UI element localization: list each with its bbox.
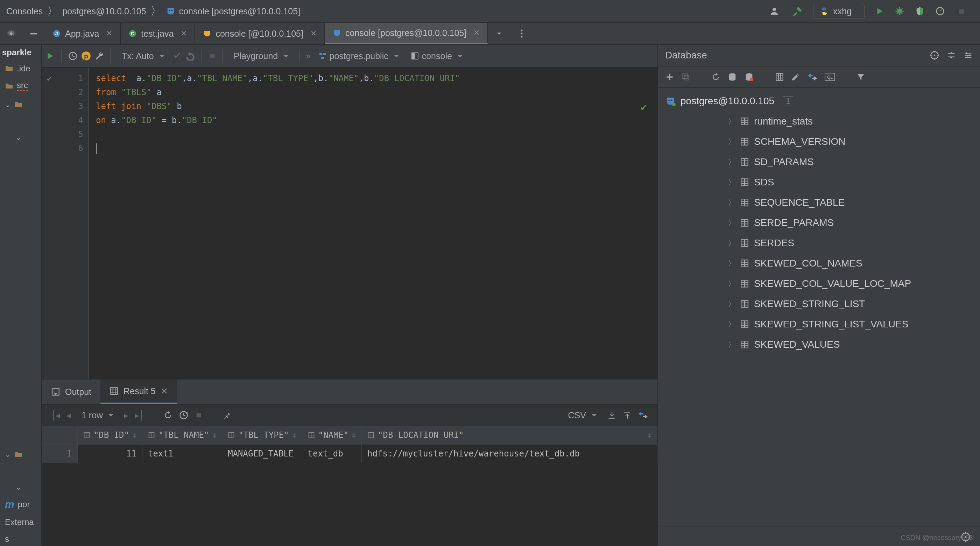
tree-expander[interactable]: ⌄ (0, 130, 41, 145)
pom-file[interactable]: mpor (0, 495, 41, 514)
settings-icon[interactable] (963, 50, 973, 60)
profile-icon[interactable] (935, 6, 947, 16)
settings-icon[interactable] (0, 23, 22, 44)
tab-output[interactable]: Output (42, 379, 100, 404)
cell-uri[interactable]: hdfs://mycluster/hive/warehouse/text_db.… (362, 444, 657, 463)
stop-icon[interactable] (208, 52, 216, 60)
run-icon[interactable] (875, 6, 884, 16)
db-connection-node[interactable]: postgres@10.0.0.105 1 (658, 91, 980, 111)
bug-icon[interactable] (895, 6, 904, 16)
column-header-tbl-name[interactable]: "TBL_NAME"≑ (142, 426, 222, 444)
tab-result[interactable]: Result 5 ✕ (100, 379, 177, 404)
breadcrumb-consoles[interactable]: Consoles (6, 6, 43, 16)
project-root[interactable]: sparkle (0, 45, 41, 60)
tab-console-1[interactable]: console [@10.0.0.105] ✕ (195, 23, 325, 44)
table-node[interactable]: 〉SCHEMA_VERSION (658, 132, 980, 152)
tab-dropdown-icon[interactable] (488, 23, 511, 44)
cell-name[interactable]: text_db (302, 444, 362, 463)
column-header-tbl-type[interactable]: "TBL_TYPE"≑ (222, 426, 302, 444)
tree-expander[interactable]: ⌄ (0, 479, 41, 495)
reload-icon[interactable] (163, 411, 172, 420)
refresh-icon[interactable] (711, 72, 721, 81)
editor-content[interactable]: select a."DB_ID",a."TBL_NAME",a."TBL_TYP… (89, 68, 460, 379)
commit-icon[interactable] (172, 51, 182, 61)
coverage-icon[interactable] (915, 6, 925, 16)
table-node[interactable]: 〉SKEWED_COL_VALUE_LOC_MAP (658, 273, 980, 294)
tab-test-java[interactable]: C test.java ✕ (121, 23, 195, 44)
column-header-db-id[interactable]: "DB_ID"≑ (77, 426, 142, 444)
tab-console-postgres[interactable]: console [postgres@10.0.0.105] ✕ (325, 23, 488, 44)
tree-expander[interactable]: ⌄ (0, 97, 41, 112)
column-header-name[interactable]: "NAME"≑ (302, 426, 362, 444)
results-grid[interactable]: "DB_ID"≑ "TBL_NAME"≑ "TBL_TYPE"≑ "NAME"≑… (42, 426, 657, 546)
download-icon[interactable] (607, 411, 616, 420)
playground-mode-selector[interactable]: Playground (229, 49, 293, 63)
parameter-icon[interactable]: p (81, 51, 91, 61)
row-count-selector[interactable]: 1 row (77, 408, 118, 422)
table-node[interactable]: 〉SKEWED_STRING_LIST (658, 294, 980, 314)
console-session-selector[interactable]: console (407, 49, 467, 63)
close-icon[interactable]: ✕ (310, 29, 317, 38)
breadcrumb-console[interactable]: console [postgres@10.0.0.105] (179, 6, 300, 16)
history-icon[interactable] (68, 51, 78, 61)
column-header-uri[interactable]: "DB_LOCATION_URI"≑ (362, 426, 657, 444)
inspection-ok-icon[interactable]: ✔ (641, 101, 647, 113)
stop-icon[interactable] (958, 7, 966, 15)
next-page-icon[interactable]: ▸ (124, 410, 129, 421)
table-node[interactable]: 〉SD_PARAMS (658, 152, 980, 172)
wrench-icon[interactable] (94, 51, 104, 61)
sync-icon[interactable] (727, 72, 737, 82)
jump-icon[interactable] (807, 72, 818, 81)
services-node[interactable]: s (0, 531, 41, 546)
external-libs[interactable]: Externa (0, 514, 41, 531)
pin-icon[interactable] (222, 411, 231, 420)
cell-tbl-type[interactable]: MANAGED_TABLE (222, 444, 302, 463)
table-node[interactable]: 〉SKEWED_VALUES (658, 334, 980, 355)
table-node[interactable]: 〉SKEWED_STRING_LIST_VALUES (658, 314, 980, 334)
expand-icon[interactable]: » (306, 51, 310, 61)
export-format-selector[interactable]: CSV (564, 408, 601, 422)
target-icon[interactable] (930, 50, 939, 60)
user-icon[interactable] (769, 6, 782, 16)
table-row[interactable]: 1 11 text1 MANAGED_TABLE text_db hdfs://… (42, 444, 657, 463)
cell-db-id[interactable]: 11 (77, 444, 142, 463)
table-node[interactable]: 〉SDS (658, 172, 980, 192)
upload-icon[interactable] (622, 411, 632, 420)
tab-app-java[interactable]: J App.java ✕ (45, 23, 121, 44)
table-node[interactable]: 〉SERDES (658, 233, 980, 253)
close-icon[interactable]: ✕ (181, 29, 187, 38)
filter-icon[interactable] (856, 72, 865, 81)
ql-console-icon[interactable]: QL (825, 73, 835, 81)
prev-page-icon[interactable]: ◂ (67, 410, 71, 421)
minimize-icon[interactable] (22, 23, 45, 44)
collapse-icon[interactable] (947, 50, 956, 60)
database-tree[interactable]: postgres@10.0.0.105 1 〉runtime_stats 〉SC… (658, 88, 980, 526)
first-page-icon[interactable]: ⎮◂ (51, 410, 60, 421)
table-node[interactable]: 〉SEQUENCE_TABLE (658, 192, 980, 213)
tree-expander[interactable]: ⌄ (0, 447, 41, 462)
tx-mode-selector[interactable]: Tx: Auto (118, 49, 169, 63)
compare-icon[interactable] (638, 411, 648, 420)
execute-icon[interactable] (46, 51, 54, 60)
add-icon[interactable] (665, 72, 674, 81)
sql-editor[interactable]: ✔123456 select a."DB_ID",a."TBL_NAME",a.… (42, 68, 657, 379)
table-view-icon[interactable] (775, 72, 784, 81)
folder-src[interactable]: src (0, 77, 41, 95)
schema-selector[interactable]: postgres.public (314, 49, 403, 63)
table-node[interactable]: 〉SERDE_PARAMS (658, 213, 980, 233)
tab-more-icon[interactable] (511, 23, 533, 44)
stop-icon[interactable] (195, 411, 202, 419)
reload-timed-icon[interactable] (179, 410, 189, 420)
folder-idea[interactable]: .ide (0, 60, 41, 77)
close-icon[interactable]: ✕ (161, 386, 168, 396)
cell-tbl-name[interactable]: text1 (142, 444, 222, 463)
interpreter-selector[interactable]: xxhg (813, 4, 865, 19)
hammer-icon[interactable] (792, 6, 803, 16)
last-page-icon[interactable]: ▸⎮ (135, 410, 144, 421)
table-node[interactable]: 〉runtime_stats (658, 111, 980, 132)
close-icon[interactable]: ✕ (473, 29, 480, 37)
table-node[interactable]: 〉SKEWED_COL_NAMES (658, 253, 980, 273)
edit-icon[interactable] (791, 72, 800, 81)
copy-icon[interactable] (681, 72, 690, 81)
close-icon[interactable]: ✕ (106, 29, 112, 38)
